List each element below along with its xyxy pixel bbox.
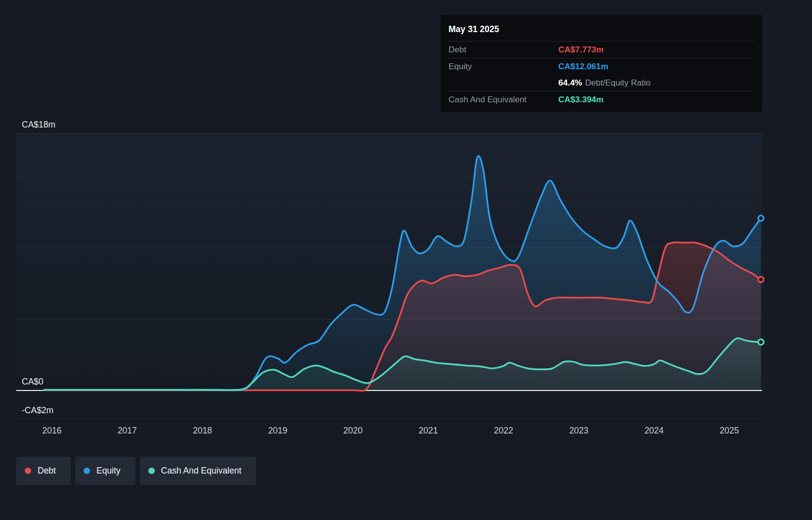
tooltip-row-debt: Debt CA$7.773m: [449, 42, 754, 58]
tooltip-cash-value: CA$3.394m: [558, 95, 604, 105]
tooltip-row-cash: Cash And Equivalent CA$3.394m: [449, 91, 754, 108]
legend-item-debt[interactable]: Debt: [16, 457, 71, 485]
tooltip-ratio-value: 64.4%: [558, 78, 582, 87]
tooltip-date: May 31 2025: [449, 20, 754, 42]
legend-item-equity[interactable]: Equity: [75, 457, 135, 485]
cash-legend-dot-icon: [148, 468, 155, 474]
legend-equity-label: Equity: [96, 466, 121, 476]
tooltip-debt-value: CA$7.773m: [558, 45, 604, 55]
tooltip-debt-label: Debt: [449, 45, 558, 55]
debt-legend-dot-icon: [25, 468, 31, 474]
x-axis-label-2019: 2019: [268, 426, 287, 435]
equity-legend-dot-icon: [84, 468, 90, 474]
legend-cash-label: Cash And Equivalent: [161, 466, 241, 476]
debt-endpoint-marker[interactable]: [758, 277, 764, 282]
x-axis-label-2025: 2025: [720, 426, 739, 435]
tooltip-row-equity: Equity CA$12.061m: [449, 58, 754, 75]
y-axis-label-0: CA$0: [22, 377, 44, 387]
y-axis-label--2: -CA$2m: [22, 405, 53, 415]
cash-endpoint-marker[interactable]: [758, 339, 764, 345]
tooltip-cash-label: Cash And Equivalent: [449, 95, 558, 105]
x-axis-label-2020: 2020: [343, 426, 362, 435]
x-axis-label-2018: 2018: [193, 426, 212, 435]
equity-endpoint-marker[interactable]: [758, 216, 764, 221]
x-axis-label-2017: 2017: [118, 426, 137, 435]
x-axis-label-2022: 2022: [494, 426, 513, 435]
x-axis-label-2023: 2023: [569, 426, 588, 435]
chart-legend: Debt Equity Cash And Equivalent: [16, 457, 256, 485]
chart-tooltip: May 31 2025 Debt CA$7.773m Equity CA$12.…: [441, 15, 762, 112]
x-axis-label-2024: 2024: [644, 426, 664, 435]
tooltip-ratio-label: Debt/Equity Ratio: [585, 78, 650, 87]
x-axis-label-2021: 2021: [419, 426, 438, 435]
y-axis-label-18: CA$18m: [22, 120, 55, 130]
tooltip-equity-label: Equity: [449, 62, 558, 72]
legend-debt-label: Debt: [38, 466, 56, 476]
tooltip-row-ratio: 64.4%Debt/Equity Ratio: [449, 75, 754, 91]
tooltip-equity-value: CA$12.061m: [558, 62, 608, 72]
x-axis-label-2016: 2016: [43, 426, 62, 435]
legend-item-cash[interactable]: Cash And Equivalent: [140, 457, 256, 485]
